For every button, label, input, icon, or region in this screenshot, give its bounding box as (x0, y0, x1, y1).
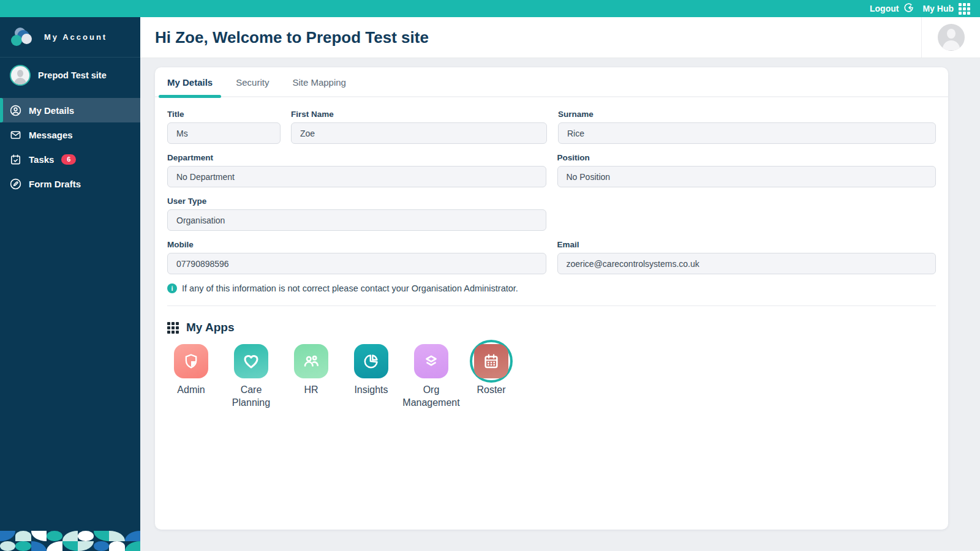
sidebar-item-messages[interactable]: Messages (0, 122, 140, 147)
my-apps-grid-icon (167, 322, 179, 334)
field-surname: Surname (558, 110, 936, 144)
pie-chart-icon (363, 353, 380, 370)
logout-button[interactable]: Logout (870, 2, 914, 15)
sidebar-item-label: Messages (29, 130, 73, 140)
field-first-name: First Name (291, 110, 547, 144)
user-type-input[interactable] (167, 209, 546, 231)
my-apps-header: My Apps (167, 321, 936, 334)
sidebar-item-label: Tasks (29, 154, 54, 165)
person-circle-icon (10, 105, 21, 116)
top-bar: Logout My Hub (0, 0, 980, 17)
app-label: HR (304, 384, 318, 397)
info-note-text: If any of this information is not correc… (182, 283, 518, 293)
site-avatar (10, 65, 31, 86)
title-input[interactable] (167, 122, 281, 144)
details-card: My Details Security Site Mapping Title F… (155, 67, 948, 530)
apps-grid-icon (959, 3, 970, 15)
brand-row: My Account (0, 17, 140, 58)
logout-label: Logout (870, 4, 899, 13)
logout-icon (903, 2, 914, 15)
info-note: i If any of this information is not corr… (167, 283, 936, 293)
mobile-input[interactable] (167, 253, 546, 274)
app-label: Admin (177, 384, 205, 397)
position-input[interactable] (557, 166, 937, 187)
sidebar: My Account Prepod Test site My Details M… (0, 17, 140, 551)
apps-row: Admin Care Planning (161, 344, 936, 410)
mobile-label: Mobile (167, 240, 546, 249)
app-label: Care Planning (221, 384, 281, 410)
page-header: Hi Zoe, Welcome to Prepod Test site (140, 17, 980, 58)
app-roster[interactable]: Roster (461, 344, 521, 410)
user-avatar[interactable] (938, 24, 965, 51)
field-position: Position (557, 153, 937, 187)
email-label: Email (557, 240, 937, 249)
info-icon: i (167, 283, 177, 293)
envelope-icon (10, 129, 21, 141)
sidebar-item-form-drafts[interactable]: Form Drafts (0, 171, 140, 196)
my-hub-button[interactable]: My Hub (922, 3, 970, 15)
app-label: Roster (477, 384, 505, 397)
field-email: Email (557, 240, 937, 274)
app-insights[interactable]: Insights (341, 344, 401, 410)
people-icon (302, 352, 320, 370)
pencil-circle-icon (10, 178, 21, 190)
field-user-type: User Type (167, 197, 546, 231)
first-name-input[interactable] (291, 122, 547, 144)
position-label: Position (557, 153, 937, 162)
org-management-tile (414, 344, 448, 378)
surname-input[interactable] (558, 122, 936, 144)
app-admin[interactable]: Admin (161, 344, 221, 410)
my-hub-label: My Hub (922, 4, 954, 13)
email-input[interactable] (557, 253, 937, 274)
app-label: Org Management (401, 384, 461, 410)
tasks-badge: 6 (61, 154, 76, 165)
field-department: Department (167, 153, 546, 187)
details-form: Title First Name Surname (155, 97, 948, 410)
surname-label: Surname (558, 110, 936, 119)
section-divider (167, 305, 936, 306)
sidebar-nav: My Details Messages Tasks 6 Form Drafts (0, 98, 140, 196)
admin-tile (174, 344, 208, 378)
department-input[interactable] (167, 166, 546, 187)
app-label: Insights (354, 384, 388, 397)
care-planning-tile (234, 344, 268, 378)
field-mobile: Mobile (167, 240, 546, 274)
tab-site-mapping[interactable]: Site Mapping (292, 77, 346, 96)
main-content: My Details Security Site Mapping Title F… (140, 58, 980, 551)
insights-tile (354, 344, 388, 378)
tab-my-details[interactable]: My Details (167, 77, 213, 96)
tab-bar: My Details Security Site Mapping (155, 67, 948, 97)
hr-tile (294, 344, 328, 378)
site-row[interactable]: Prepod Test site (0, 58, 140, 93)
user-type-label: User Type (167, 197, 546, 206)
title-label: Title (167, 110, 281, 119)
sidebar-item-label: My Details (29, 105, 74, 116)
avatar-panel (921, 17, 980, 58)
calendar-check-icon (10, 154, 21, 165)
shield-icon (183, 353, 200, 370)
app-care-planning[interactable]: Care Planning (221, 344, 281, 410)
sidebar-item-label: Form Drafts (29, 179, 81, 189)
app-org-management[interactable]: Org Management (401, 344, 461, 410)
sidebar-item-my-details[interactable]: My Details (0, 98, 140, 122)
department-label: Department (167, 153, 546, 162)
cloud-logo-icon (10, 28, 36, 47)
calendar-icon (483, 353, 500, 370)
app-hr[interactable]: HR (281, 344, 341, 410)
roster-selection-ring (470, 340, 513, 383)
roster-tile (474, 344, 508, 378)
tab-security[interactable]: Security (236, 77, 269, 96)
layers-icon (422, 352, 440, 370)
site-name: Prepod Test site (38, 70, 107, 80)
field-title: Title (167, 110, 281, 144)
sidebar-item-tasks[interactable]: Tasks 6 (0, 147, 140, 171)
my-apps-title: My Apps (186, 321, 234, 334)
heart-icon (242, 352, 260, 370)
page-title: Hi Zoe, Welcome to Prepod Test site (140, 28, 921, 47)
brand-label: My Account (44, 32, 107, 42)
first-name-label: First Name (291, 110, 547, 119)
decorative-mosaic (0, 531, 140, 551)
